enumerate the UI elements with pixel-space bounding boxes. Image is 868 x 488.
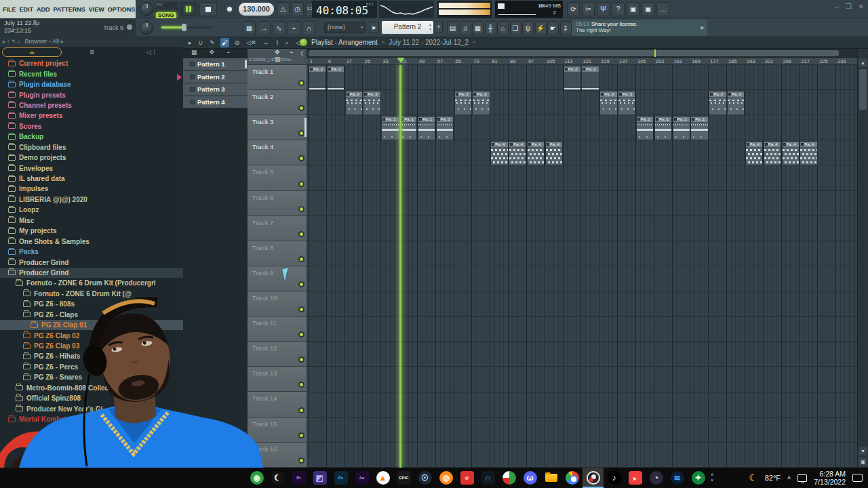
browser-item[interactable]: Fornuto - ZONE 6 Drum Kit (Producergri: [0, 278, 183, 288]
main-volume-knob[interactable]: [140, 2, 153, 16]
track-header[interactable]: Track 9: [248, 266, 307, 291]
pattern-clip[interactable]: Pa..4: [545, 141, 563, 165]
steam-icon[interactable]: ☉: [414, 468, 435, 488]
green-sphere-app-icon[interactable]: ✦: [688, 468, 709, 488]
red-at-app-icon[interactable]: @: [456, 468, 477, 488]
adobe-dark-app-icon[interactable]: ◩: [309, 468, 330, 488]
pat-label[interactable]: PAT: [156, 3, 176, 7]
playlist-titlebar[interactable]: ▸∪✎🖌⊘◁✕↔⌇⌕◁⋮ Playlist - Arrangement » Ju…: [183, 37, 868, 49]
minimize-button[interactable]: –: [835, 3, 839, 10]
track-header[interactable]: Track 15: [248, 418, 307, 443]
pencil-tool[interactable]: ✎: [208, 38, 216, 47]
pattern-clip[interactable]: Pa..3: [345, 91, 363, 115]
export-icon[interactable]: ↧: [560, 21, 572, 35]
record-button[interactable]: [224, 3, 235, 15]
track-mute-led[interactable]: [298, 331, 304, 338]
notification-icon[interactable]: [852, 474, 863, 482]
blue-loop-app-icon[interactable]: ∩: [477, 468, 498, 488]
track-header[interactable]: Track 13: [248, 367, 307, 392]
pattern-item[interactable]: Pattern 2: [183, 71, 248, 83]
plugin-picker-icon[interactable]: ❏: [510, 21, 521, 35]
brush-tool[interactable]: 🖌: [220, 38, 229, 47]
add-pattern-button[interactable]: +: [435, 22, 443, 33]
hscroll-thumb[interactable]: [309, 50, 839, 56]
mic-icon[interactable]: Ψ: [597, 2, 610, 16]
pattern-clip[interactable]: Pa..4: [490, 141, 508, 165]
vlc-icon[interactable]: ▲: [372, 468, 393, 488]
vscroll-thumb[interactable]: [859, 69, 867, 110]
pattern-clip[interactable]: Pa..4: [527, 141, 545, 165]
track-header[interactable]: Track 16: [248, 443, 307, 468]
menu-item-options[interactable]: OPTIONS: [108, 6, 136, 13]
track-header[interactable]: Track 6: [248, 191, 307, 216]
track-mute-led[interactable]: [298, 181, 304, 187]
track-header[interactable]: Track 3: [248, 115, 307, 140]
pattern-clip[interactable]: Pa..1: [673, 116, 690, 140]
pattern-clip[interactable]: Pa..4: [800, 141, 817, 165]
scroll-up-icon[interactable]: ▲: [859, 58, 867, 67]
browser-item[interactable]: Mortal Kombat- So: [0, 414, 183, 424]
track-mute-led[interactable]: [298, 105, 304, 111]
track-mute-led[interactable]: [298, 432, 304, 439]
pattern-clip[interactable]: Pa..2: [564, 66, 581, 91]
save-new-icon[interactable]: ▣: [642, 2, 654, 16]
piano-roll-icon[interactable]: ♫: [460, 21, 471, 35]
pattern-clip[interactable]: Pa..3: [454, 91, 472, 115]
browser-item[interactable]: Fornuto - ZONE 6 Drum Kit (@: [0, 289, 183, 299]
pattern-clip[interactable]: Pa..3: [727, 91, 745, 115]
parrot-app-icon[interactable]: [498, 468, 519, 488]
arrangement-grid[interactable]: Pa..2Pa..2Pa..2Pa..2Pa..3Pa..3Pa..3Pa..3…: [307, 65, 857, 468]
tab-plugins[interactable]: ⇹: [2, 47, 62, 57]
browser-item[interactable]: PG Z6 - Snares: [0, 372, 183, 382]
crescent-app-icon[interactable]: ☾: [267, 468, 288, 488]
master-pitch-knob[interactable]: [140, 21, 153, 35]
browser-item[interactable]: PG Z6 Clap 01: [0, 320, 183, 330]
link-icon[interactable]: ⌁: [288, 21, 300, 35]
pattern-clip[interactable]: Pa..3: [599, 91, 617, 115]
pattern-item[interactable]: Pattern 3: [183, 83, 248, 96]
photoshop-icon[interactable]: Ps: [330, 468, 351, 488]
arrangement-selector[interactable]: (none)▸: [324, 22, 366, 33]
hint-next-icon[interactable]: ▶: [701, 25, 705, 30]
track-mute-led[interactable]: [298, 357, 304, 363]
close-button[interactable]: ✕: [859, 3, 864, 10]
track-header[interactable]: Track 12: [248, 342, 307, 367]
smart-disable-icon[interactable]: ∿: [273, 21, 285, 35]
track-header[interactable]: Track 10: [248, 291, 307, 317]
pattern-clip[interactable]: Pa..4: [509, 141, 526, 165]
time-display[interactable]: 8:5:1 40:08:05: [312, 1, 377, 18]
plugin-icon[interactable]: ψ: [522, 21, 534, 35]
pattern-tool-icon-2[interactable]: ⌁: [226, 49, 230, 58]
scroll-corner-box[interactable]: ▣: [859, 458, 867, 466]
tab-audio[interactable]: ◁⋮: [123, 47, 181, 57]
tab-files[interactable]: 🗎: [63, 47, 121, 57]
snap-magnet-icon[interactable]: ∪: [197, 38, 205, 47]
delete-tool[interactable]: ⊘: [233, 38, 241, 47]
pattern-clip[interactable]: Pa..4: [782, 141, 800, 165]
menu-item-edit[interactable]: EDIT: [20, 6, 34, 13]
track-header[interactable]: Track 5: [248, 165, 307, 190]
track-mute-led[interactable]: [298, 80, 304, 86]
browser-title[interactable]: Browser - All: [24, 38, 59, 45]
bpm-display[interactable]: 130.000: [239, 3, 274, 16]
pattern-clip[interactable]: Pa..3: [363, 91, 380, 115]
track-header[interactable]: Track 7: [248, 216, 307, 241]
pat-song-toggle[interactable]: PAT SONG: [155, 2, 178, 16]
keyboard-editor-icon[interactable]: ▦: [243, 21, 256, 35]
pattern-selector[interactable]: Pattern 2 ▲▼: [382, 21, 433, 34]
channel-rack-icon[interactable]: ▦: [472, 21, 484, 35]
zcross-stretch-label[interactable]: Z-CROSS ▢ STRETCH ▸: [249, 58, 292, 62]
track-header[interactable]: Track 14: [248, 392, 307, 417]
pattern-clip[interactable]: Pa..1: [690, 116, 708, 140]
epic-games-icon[interactable]: EPIC: [393, 468, 414, 488]
green-swirl-app-icon[interactable]: ◉: [246, 468, 267, 488]
hat-icon[interactable]: ∩: [302, 21, 315, 35]
stop-button[interactable]: [199, 2, 217, 16]
playlist-window-icon[interactable]: ▤: [447, 21, 458, 35]
save-icon[interactable]: ▣: [627, 2, 639, 16]
track-mute-led[interactable]: [298, 281, 304, 287]
pattern-clip[interactable]: Pa..1: [381, 116, 399, 140]
volume-slider[interactable]: [161, 26, 212, 28]
track-header[interactable]: Track 11: [248, 317, 307, 342]
sync-icon[interactable]: ⟳: [567, 2, 580, 16]
